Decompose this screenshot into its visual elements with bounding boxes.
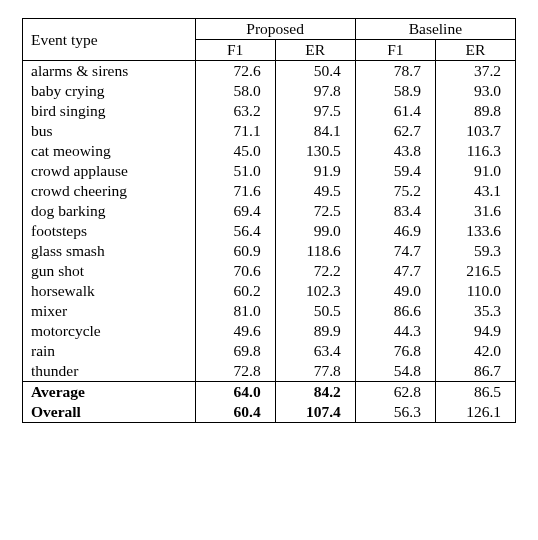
cell-proposed-f1: 51.0 bbox=[195, 161, 275, 181]
cell-event-type: cat meowing bbox=[23, 141, 196, 161]
cell-proposed-f1: 63.2 bbox=[195, 101, 275, 121]
cell-event-type: bus bbox=[23, 121, 196, 141]
cell-summary-baseline-f1: 62.8 bbox=[355, 382, 435, 403]
cell-event-type: mixer bbox=[23, 301, 196, 321]
table-body: alarms & sirens72.650.478.737.2baby cryi… bbox=[23, 61, 516, 423]
cell-summary-proposed-f1: 64.0 bbox=[195, 382, 275, 403]
cell-baseline-er: 103.7 bbox=[435, 121, 515, 141]
cell-proposed-er: 49.5 bbox=[275, 181, 355, 201]
cell-baseline-f1: 61.4 bbox=[355, 101, 435, 121]
cell-summary-baseline-er: 126.1 bbox=[435, 402, 515, 423]
cell-event-type: crowd cheering bbox=[23, 181, 196, 201]
col-baseline-f1: F1 bbox=[355, 40, 435, 61]
cell-baseline-f1: 49.0 bbox=[355, 281, 435, 301]
cell-event-type: glass smash bbox=[23, 241, 196, 261]
col-proposed: Proposed bbox=[195, 19, 355, 40]
cell-proposed-er: 84.1 bbox=[275, 121, 355, 141]
cell-baseline-f1: 44.3 bbox=[355, 321, 435, 341]
cell-summary-proposed-er: 107.4 bbox=[275, 402, 355, 423]
cell-baseline-f1: 74.7 bbox=[355, 241, 435, 261]
cell-event-type: thunder bbox=[23, 361, 196, 382]
col-event-type: Event type bbox=[23, 19, 196, 61]
col-proposed-f1: F1 bbox=[195, 40, 275, 61]
cell-proposed-er: 72.5 bbox=[275, 201, 355, 221]
table-row: mixer81.050.586.635.3 bbox=[23, 301, 516, 321]
cell-baseline-er: 43.1 bbox=[435, 181, 515, 201]
cell-proposed-f1: 49.6 bbox=[195, 321, 275, 341]
cell-proposed-er: 50.5 bbox=[275, 301, 355, 321]
cell-event-type: motorcycle bbox=[23, 321, 196, 341]
table-row: rain69.863.476.842.0 bbox=[23, 341, 516, 361]
cell-proposed-f1: 71.6 bbox=[195, 181, 275, 201]
cell-proposed-er: 118.6 bbox=[275, 241, 355, 261]
table-row: crowd cheering71.649.575.243.1 bbox=[23, 181, 516, 201]
cell-summary-proposed-f1: 60.4 bbox=[195, 402, 275, 423]
cell-summary-label: Overall bbox=[23, 402, 196, 423]
cell-proposed-f1: 81.0 bbox=[195, 301, 275, 321]
cell-proposed-f1: 45.0 bbox=[195, 141, 275, 161]
cell-event-type: gun shot bbox=[23, 261, 196, 281]
cell-proposed-f1: 58.0 bbox=[195, 81, 275, 101]
cell-baseline-er: 216.5 bbox=[435, 261, 515, 281]
col-proposed-er: ER bbox=[275, 40, 355, 61]
cell-baseline-er: 133.6 bbox=[435, 221, 515, 241]
cell-baseline-f1: 43.8 bbox=[355, 141, 435, 161]
cell-baseline-er: 93.0 bbox=[435, 81, 515, 101]
cell-event-type: crowd applause bbox=[23, 161, 196, 181]
table-row: alarms & sirens72.650.478.737.2 bbox=[23, 61, 516, 82]
table-row: dog barking69.472.583.431.6 bbox=[23, 201, 516, 221]
cell-proposed-f1: 71.1 bbox=[195, 121, 275, 141]
cell-baseline-er: 86.7 bbox=[435, 361, 515, 382]
cell-baseline-er: 35.3 bbox=[435, 301, 515, 321]
cell-baseline-er: 110.0 bbox=[435, 281, 515, 301]
cell-baseline-er: 31.6 bbox=[435, 201, 515, 221]
cell-proposed-f1: 69.4 bbox=[195, 201, 275, 221]
table-row: cat meowing45.0130.543.8116.3 bbox=[23, 141, 516, 161]
cell-proposed-er: 97.5 bbox=[275, 101, 355, 121]
cell-event-type: alarms & sirens bbox=[23, 61, 196, 82]
col-baseline: Baseline bbox=[355, 19, 515, 40]
table-row: baby crying58.097.858.993.0 bbox=[23, 81, 516, 101]
table-row: crowd applause51.091.959.491.0 bbox=[23, 161, 516, 181]
table-row: horsewalk60.2102.349.0110.0 bbox=[23, 281, 516, 301]
table-header: Event type Proposed Baseline F1 ER F1 ER bbox=[23, 19, 516, 61]
table-summary-row: Overall60.4107.456.3126.1 bbox=[23, 402, 516, 423]
cell-baseline-er: 91.0 bbox=[435, 161, 515, 181]
cell-baseline-f1: 47.7 bbox=[355, 261, 435, 281]
cell-proposed-er: 77.8 bbox=[275, 361, 355, 382]
cell-proposed-f1: 72.8 bbox=[195, 361, 275, 382]
cell-summary-baseline-er: 86.5 bbox=[435, 382, 515, 403]
cell-proposed-er: 91.9 bbox=[275, 161, 355, 181]
cell-baseline-er: 59.3 bbox=[435, 241, 515, 261]
cell-event-type: dog barking bbox=[23, 201, 196, 221]
cell-baseline-f1: 86.6 bbox=[355, 301, 435, 321]
cell-baseline-f1: 75.2 bbox=[355, 181, 435, 201]
cell-summary-baseline-f1: 56.3 bbox=[355, 402, 435, 423]
cell-proposed-er: 102.3 bbox=[275, 281, 355, 301]
cell-event-type: rain bbox=[23, 341, 196, 361]
cell-baseline-f1: 83.4 bbox=[355, 201, 435, 221]
cell-event-type: horsewalk bbox=[23, 281, 196, 301]
cell-proposed-f1: 70.6 bbox=[195, 261, 275, 281]
cell-event-type: footsteps bbox=[23, 221, 196, 241]
cell-proposed-er: 130.5 bbox=[275, 141, 355, 161]
table-row: footsteps56.499.046.9133.6 bbox=[23, 221, 516, 241]
cell-proposed-f1: 72.6 bbox=[195, 61, 275, 82]
table-row: bird singing63.297.561.489.8 bbox=[23, 101, 516, 121]
cell-baseline-f1: 62.7 bbox=[355, 121, 435, 141]
cell-baseline-er: 89.8 bbox=[435, 101, 515, 121]
cell-proposed-er: 99.0 bbox=[275, 221, 355, 241]
cell-summary-proposed-er: 84.2 bbox=[275, 382, 355, 403]
cell-event-type: bird singing bbox=[23, 101, 196, 121]
cell-proposed-er: 63.4 bbox=[275, 341, 355, 361]
table-row: thunder72.877.854.886.7 bbox=[23, 361, 516, 382]
cell-baseline-f1: 59.4 bbox=[355, 161, 435, 181]
table-row: glass smash60.9118.674.759.3 bbox=[23, 241, 516, 261]
cell-baseline-er: 116.3 bbox=[435, 141, 515, 161]
cell-proposed-f1: 69.8 bbox=[195, 341, 275, 361]
cell-baseline-er: 37.2 bbox=[435, 61, 515, 82]
table-summary-row: Average64.084.262.886.5 bbox=[23, 382, 516, 403]
col-baseline-er: ER bbox=[435, 40, 515, 61]
cell-baseline-f1: 46.9 bbox=[355, 221, 435, 241]
table-row: bus71.184.162.7103.7 bbox=[23, 121, 516, 141]
